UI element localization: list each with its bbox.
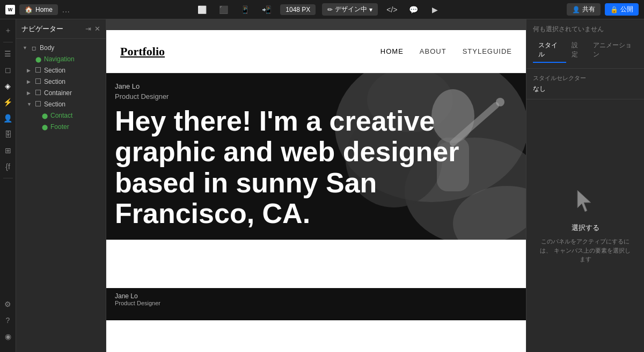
desktop-view-button[interactable]: ⬜ [194,3,209,16]
publish-button[interactable]: 🔒 公開 [605,3,639,16]
container-label: Container [44,89,99,97]
hero-title-small: Product Designer [115,92,501,100]
home-icon: 🏠 [25,6,33,13]
svg-marker-9 [577,190,591,212]
toolbar-components-button[interactable]: ⚡ [1,95,15,109]
toolbar-cms-button[interactable]: 🗄 [1,127,15,141]
site-navbar: Portfolio HOME ABOUT STYLEGUIDE [106,30,526,73]
navigator-header: ナビゲーター ⇥ ✕ [16,19,106,39]
tree-item-contact[interactable]: ⬤ Contact [29,110,104,121]
left-toolbar: ＋ ☰ ◻ ◈ ⚡ 👤 🗄 ⊞ {f ⚙ ? ◉ [0,19,16,352]
contact-label: Contact [50,112,99,119]
canvas-viewport: Portfolio HOME ABOUT STYLEGUIDE [106,19,526,352]
canvas-area: Portfolio HOME ABOUT STYLEGUIDE [106,19,526,352]
toolbar-divider [3,42,13,42]
navigator-close-button[interactable]: ✕ [94,25,100,33]
toolbar-dev-button[interactable]: {f [1,160,15,174]
preview-button[interactable]: ▶ [427,3,442,16]
toolbar-pages-button[interactable]: ☰ [1,47,15,61]
tablet-view-button[interactable]: ⬛ [216,3,231,16]
contact-icon: ⬤ [41,113,48,119]
nav-link-home[interactable]: HOME [380,47,404,55]
share-label: 共有 [582,5,595,14]
phone-view-button[interactable]: 📲 [259,3,274,16]
share-icon: 👤 [572,6,580,13]
comment-button[interactable]: 💬 [406,3,421,16]
section2-label: Section [44,78,99,85]
navigator-title: ナビゲーター [21,24,63,34]
no-selection-text: 何も選択されていません [533,25,638,34]
tree-item-section3[interactable]: ▼ Section [23,99,104,110]
style-selector-section: スタイルセレクター なし [526,69,644,99]
more-options-button[interactable]: ... [62,5,70,14]
mobile-view-button[interactable]: 📱 [237,3,252,16]
nav-link-about[interactable]: ABOUT [420,47,447,55]
tab-style[interactable]: スタイル [533,38,566,63]
home-tab[interactable]: 🏠 Home [19,4,58,15]
publish-label: 公開 [620,5,633,14]
right-panel-header: 何も選択されていません スタイル 設定 アニメーション [526,19,644,69]
code-button[interactable]: </> [384,3,399,16]
toolbar-feedback-button[interactable]: ◉ [1,329,15,343]
toolbar-members-button[interactable]: 👤 [1,111,15,125]
navigator-controls: ⇥ ✕ [85,25,100,33]
cursor-illustration [572,188,599,217]
pencil-icon: ✏ [327,6,333,13]
site-hero2: Jane Lo Product Designer [106,288,526,320]
hero2-title: Product Designer [115,300,160,306]
navigator-collapse-button[interactable]: ⇥ [85,25,91,33]
tree-item-section2[interactable]: ▶ Section [23,76,104,87]
body-label: Body [40,44,99,52]
tree-item-body[interactable]: ▼ ◻ Body [18,42,104,53]
design-mode-badge[interactable]: ✏ デザイン中 ▾ [322,3,378,16]
design-mode-label: デザイン中 [335,5,367,14]
panel-tabs: スタイル 設定 アニメーション [533,38,638,63]
body-icon: ◻ [30,45,38,51]
toolbar-navigator-button[interactable]: ◈ [1,79,15,93]
toolbar-settings-button[interactable]: ⚙ [1,297,15,311]
right-panel-empty-state: 選択する このパネルをアクティブにするには、 キャンバス上の要素を選択します [526,99,644,352]
section-icon [34,67,42,74]
footer-icon: ⬤ [41,124,48,130]
toolbar-layers-button[interactable]: ◻ [1,63,15,77]
hero-heading: Hey there! I'm a creative graphic and we… [115,106,501,229]
chevron-icon: ▶ [27,79,32,84]
site-spacer [106,240,526,288]
cursor-svg [572,188,599,214]
section1-label: Section [44,67,99,74]
toolbar-apps-button[interactable]: ⊞ [1,143,15,157]
chevron-down-icon: ▾ [369,6,372,13]
toolbar-bottom: ⚙ ? ◉ [1,297,15,348]
tree-item-footer[interactable]: ⬤ Footer [29,121,104,132]
share-button[interactable]: 👤 共有 [567,3,601,16]
nav-link-styleguide[interactable]: STYLEGUIDE [463,47,512,55]
container-icon [34,90,42,96]
site-hero: Jane Lo Product Designer Hey there! I'm … [106,73,526,240]
toolbar-divider-2 [3,178,13,178]
hero-name: Jane Lo [115,82,501,90]
tree-item-navigation[interactable]: ⬤ Navigation [23,54,104,64]
topbar-left: W 🏠 Home ... [5,4,70,15]
section3-label: Section [44,100,99,108]
px-display: 1048 PX [280,4,316,15]
nav-icon: ⬤ [34,56,42,62]
toolbar-help-button[interactable]: ? [1,313,15,327]
nav-tree: ▼ ◻ Body ⬤ Navigation ▶ Section ▶ Sectio… [16,39,106,352]
chevron-icon: ▶ [27,90,32,96]
hero2-content: Jane Lo Product Designer [115,292,160,306]
section-icon [34,101,42,107]
navigator-panel: ナビゲーター ⇥ ✕ ▼ ◻ Body ⬤ Navigation ▶ [16,19,106,352]
topbar: W 🏠 Home ... ⬜ ⬛ 📱 📲 1048 PX ✏ デザイン中 ▾ <… [0,0,644,19]
topbar-center: ⬜ ⬛ 📱 📲 1048 PX ✏ デザイン中 ▾ </> 💬 ▶ [194,3,442,16]
wix-logo[interactable]: W [5,5,15,15]
tree-item-section1[interactable]: ▶ Section [23,65,104,76]
chevron-icon: ▼ [27,102,32,107]
tab-animation[interactable]: アニメーション [588,38,638,63]
lock-icon: 🔒 [610,6,618,13]
toolbar-add-button[interactable]: ＋ [1,24,15,38]
site-logo: Portfolio [120,45,165,59]
home-tab-label: Home [35,6,53,13]
tree-item-container[interactable]: ▶ Container [23,88,104,98]
tab-settings[interactable]: 設定 [566,38,588,63]
topbar-right: 👤 共有 🔒 公開 [567,3,639,16]
